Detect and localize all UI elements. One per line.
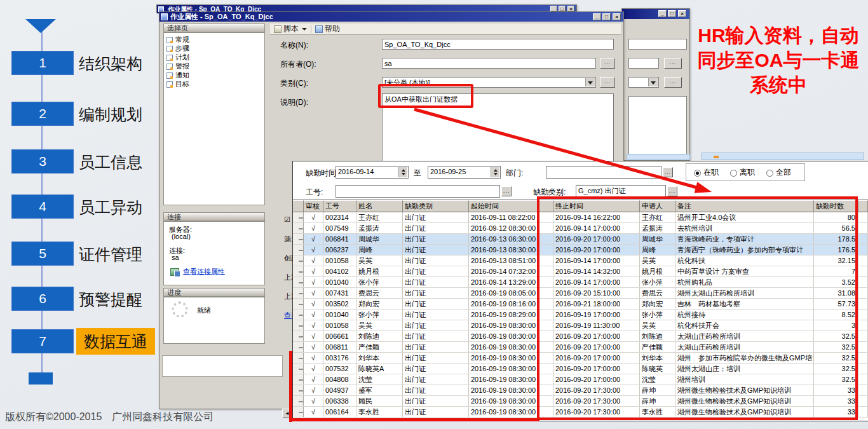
job-dialog-titlebar[interactable]: 作业属性 - Sp_OA_TO_Kq_Djcc _ □ × [159,12,623,22]
table-row[interactable]: √006811严佳颖出门证2016-09-19 08:30:002016-09-… [293,342,868,353]
row-gutter [293,266,304,276]
row-gripper [299,271,303,273]
row-gutter [293,320,304,330]
department-browse-button[interactable]: ... [663,167,673,177]
cell-remark: 湖州微生物检验技术及GMP知识培训 [675,407,814,417]
tree-item[interactable]: 计划 [166,53,264,62]
employee-no-input[interactable] [336,185,500,198]
cell-name: 顾民 [356,396,403,406]
table-row[interactable]: √006237周峰出门证2016-09-13 08:30:002016-09-2… [293,245,868,255]
pages-panel-header: 选择页 [163,24,265,32]
radio-icon[interactable] [730,170,737,177]
category-browse-button[interactable]: ... [664,77,682,88]
date-from-input[interactable]: 2016-09-14 [336,166,409,179]
cell-start-time: 2016-09-19 08:30:00 [469,331,553,341]
cell-type: 出门证 [403,299,469,309]
radio-icon[interactable] [694,170,701,177]
table-row[interactable]: √006164李永胜出门证2016-09-19 08:30:002016-09-… [293,407,868,418]
description-textarea[interactable] [628,96,687,158]
cell-end-time: 2016-09-20 17:30:00 [553,385,640,395]
table-row[interactable]: √001040张小萍出门证2016-09-19 08:29:002016-09-… [293,310,868,320]
cell-type: 出门证 [403,374,469,385]
radio-option[interactable]: 在职 [694,167,719,178]
tree-item[interactable]: 通知 [166,71,264,79]
cell-start-time: 2016-09-19 08:29:00 [469,310,553,320]
page-icon [166,81,173,88]
cell-name: 吴英 [356,320,403,330]
radio-icon[interactable] [766,170,773,177]
grid-header-cell: 备注 [675,200,814,212]
employee-no-browse-button[interactable]: ... [501,186,512,196]
cell-type: 出门证 [403,331,469,341]
row-gripper [299,239,303,240]
row-gutter [293,223,304,233]
sidebar-step-label: 编制规划 [79,102,142,127]
table-row[interactable]: √007549孟振涛出门证2016-09-12 08:30:002016-09-… [293,223,868,234]
page-icon [166,55,173,61]
help-button[interactable]: 帮助 [325,24,340,34]
table-row[interactable]: √007532陈晓英A出门证2016-09-19 08:30:002016-09… [293,364,868,374]
date-spinner[interactable] [491,167,499,177]
category-select[interactable] [628,77,659,88]
table-row[interactable]: √006661刘陈迪出门证2016-09-19 08:30:002016-09-… [293,331,868,342]
cell-hours: 32.15 [814,255,858,266]
close-icon[interactable]: × [613,13,621,20]
table-row[interactable]: √004808沈莹出门证2016-09-19 08:30:002016-09-2… [293,374,868,385]
table-row[interactable]: √001058吴英出门证2016-09-19 08:30:002016-09-1… [293,320,868,331]
chevron-down-icon[interactable] [648,78,658,86]
minimize-button[interactable]: _ [550,6,557,11]
table-row[interactable]: √004102姚月根出门证2016-09-14 07:32:002016-09-… [293,266,868,277]
chevron-down-icon[interactable] [302,28,307,31]
table-row[interactable]: √004937盛军出门证2016-09-19 08:30:002016-09-2… [293,385,868,396]
owner-field[interactable]: sa [382,58,596,69]
minimize-button[interactable]: _ [593,13,601,20]
category-browse-button[interactable]: ... [600,77,615,88]
cell-applicant: 姚月根 [640,266,675,276]
tree-item[interactable]: 常规 [166,36,264,44]
close-icon[interactable]: × [567,6,574,11]
owner-field[interactable] [628,58,659,69]
table-row[interactable]: √006841周城华出门证2016-09-13 06:30:002016-09-… [293,234,868,245]
table-row[interactable]: √003502郑向宏出门证2016-09-19 08:16:002016-09-… [293,299,868,310]
name-field[interactable]: Sp_OA_TO_Kq_Djcc [382,39,614,50]
table-row[interactable]: √001040张小萍出门证2016-09-14 13:29:002016-09-… [293,277,868,288]
view-connection-row: 查看连接属性 [170,267,225,276]
grid-header-row: 审核工号姓名缺勤类别起始时间终止时间申请人备注缺勤时数 [293,200,868,212]
department-input[interactable] [546,166,661,179]
cell-end-time: 2016-09-20 17:00:00 [553,364,640,374]
maximize-button[interactable]: □ [602,13,611,20]
tree-item[interactable]: 警报 [166,62,264,71]
table-row[interactable]: √003176刘华本出门证2016-09-19 08:30:002016-09-… [293,353,868,364]
tree-item-label: 常规 [175,35,189,44]
chevron-down-icon[interactable] [585,78,595,86]
name-field[interactable] [628,39,687,50]
progress-panel: 就绪 [163,297,265,344]
tree-item[interactable]: 目标 [166,80,264,88]
radio-option[interactable]: 全部 [766,167,791,178]
hscroll-left-arrow-button[interactable]: ◄ [282,409,292,418]
row-gutter [293,234,304,244]
date-spinner[interactable] [398,167,407,177]
table-row[interactable]: √006338顾民出门证2016-09-19 08:30:002016-09-2… [293,396,868,407]
radio-option[interactable]: 离职 [730,167,755,178]
date-to-input[interactable]: 2016-09-25 [428,166,501,179]
minimize-button[interactable]: _ [658,10,667,17]
owner-browse-button[interactable]: ... [664,58,682,69]
table-row[interactable]: √002314王亦红出门证2016-09-11 08:22:002016-09-… [293,212,868,223]
owner-browse-button[interactable]: ... [600,58,615,69]
table-row[interactable]: √007431费思云出门证2016-09-19 08:05:002016-09-… [293,288,868,299]
tree-item[interactable]: 步骤 [166,44,264,53]
flow-start-triangle [25,19,56,33]
maximize-button[interactable]: □ [668,10,676,17]
cell-hours: 7 [814,266,858,276]
category-select[interactable]: [未分类 (本地)] [382,77,596,88]
maximize-button[interactable]: □ [559,6,566,11]
view-connection-link[interactable]: 查看连接属性 [183,267,225,276]
row-gripper [299,390,303,392]
absence-type-input[interactable]: G_cmz) 出门证 [576,185,666,198]
script-button[interactable]: 脚本 [283,24,299,34]
row-gripper [299,336,303,337]
absence-type-browse-button[interactable]: ... [667,186,677,196]
close-icon[interactable]: × [678,10,686,17]
table-row[interactable]: √001058吴英出门证2016-09-13 08:51:002016-09-1… [293,255,868,266]
